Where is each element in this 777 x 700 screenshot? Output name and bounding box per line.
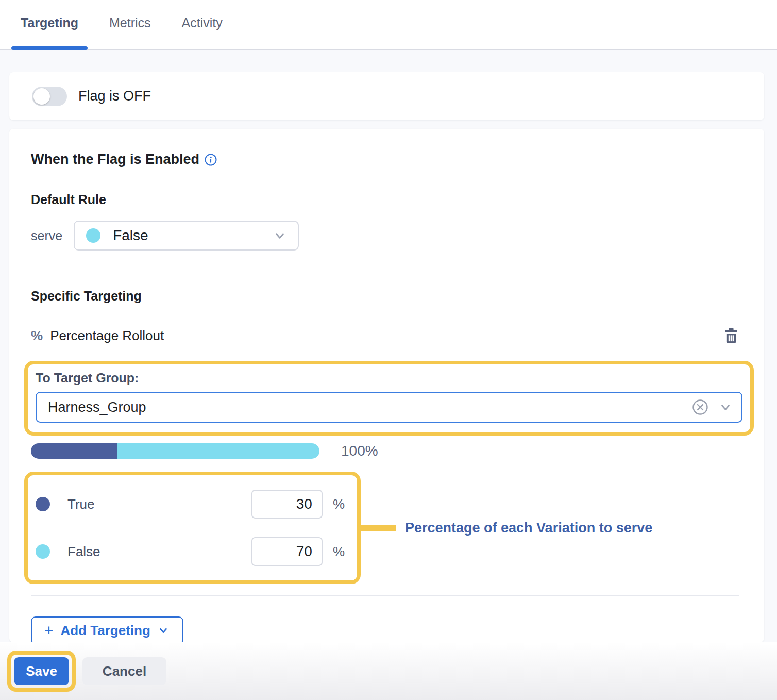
variation-row-true: True %	[28, 480, 357, 528]
target-group-select[interactable]: Harness_Group	[36, 392, 742, 423]
variation-percent-input-true[interactable]	[251, 490, 323, 519]
section-divider	[31, 595, 739, 596]
trash-icon[interactable]	[723, 327, 739, 344]
flag-toggle-knob	[33, 88, 50, 105]
variation-name: True	[67, 496, 251, 512]
percent-suffix: %	[333, 544, 345, 560]
weight-bar	[31, 443, 319, 459]
annotation-connector-line	[361, 525, 396, 531]
action-footer: Save Cancel	[0, 642, 777, 700]
flag-toggle[interactable]	[32, 87, 67, 106]
variation-color-dot	[86, 228, 100, 243]
add-targeting-button[interactable]: + Add Targeting	[31, 616, 183, 644]
target-group-value: Harness_Group	[48, 399, 692, 415]
tab-activity-label: Activity	[182, 15, 223, 30]
variation-percent-input-false[interactable]	[251, 537, 323, 566]
variation-color-dot	[36, 497, 50, 511]
variation-row-false: False %	[28, 528, 357, 575]
annotation-text: Percentage of each Variation to serve	[405, 520, 652, 536]
save-button[interactable]: Save	[14, 657, 69, 685]
default-variation-select[interactable]: False	[74, 221, 299, 251]
clear-selection-icon[interactable]	[692, 399, 708, 415]
percentage-icon: %	[31, 328, 43, 344]
cancel-button[interactable]: Cancel	[82, 657, 166, 685]
flag-state-label: Flag is OFF	[78, 88, 151, 104]
add-targeting-label: Add Targeting	[61, 623, 150, 639]
save-highlight-ring: Save	[7, 651, 76, 692]
enabled-section-title: When the Flag is Enabled	[31, 152, 739, 168]
chevron-down-icon[interactable]	[719, 401, 732, 414]
tab-targeting-label: Targeting	[21, 15, 78, 30]
flag-state-card: Flag is OFF	[9, 72, 764, 120]
active-tab-underline	[11, 46, 88, 50]
tab-targeting[interactable]: Targeting	[11, 0, 88, 49]
chevron-down-icon	[158, 625, 169, 636]
specific-targeting-heading: Specific Targeting	[31, 289, 739, 304]
section-divider	[31, 268, 739, 268]
tab-metrics-label: Metrics	[109, 15, 151, 30]
target-group-label: To Target Group:	[36, 371, 742, 386]
target-group-highlight: To Target Group: Harness_Group	[24, 361, 754, 436]
weight-distribution: 100%	[31, 443, 739, 459]
weight-segment-true	[31, 443, 117, 459]
default-rule-heading: Default Rule	[31, 192, 739, 207]
tab-metrics[interactable]: Metrics	[100, 0, 160, 49]
weight-segment-false	[117, 443, 319, 459]
serve-label: serve	[31, 228, 62, 243]
info-icon[interactable]	[205, 154, 217, 166]
variation-color-dot	[36, 544, 50, 559]
percentage-rollout-label: Percentage Rollout	[50, 328, 723, 344]
variation-name: False	[67, 544, 251, 560]
chevron-down-icon	[273, 229, 286, 242]
tab-bar: Targeting Metrics Activity	[0, 0, 777, 50]
default-variation-value: False	[113, 227, 273, 244]
variations-highlight: True % False %	[24, 472, 361, 584]
plus-icon: +	[44, 623, 54, 638]
weight-total-label: 100%	[341, 443, 378, 459]
percent-suffix: %	[333, 496, 345, 512]
targeting-card: When the Flag is Enabled Default Rule se…	[9, 129, 764, 642]
tab-activity[interactable]: Activity	[173, 0, 232, 49]
